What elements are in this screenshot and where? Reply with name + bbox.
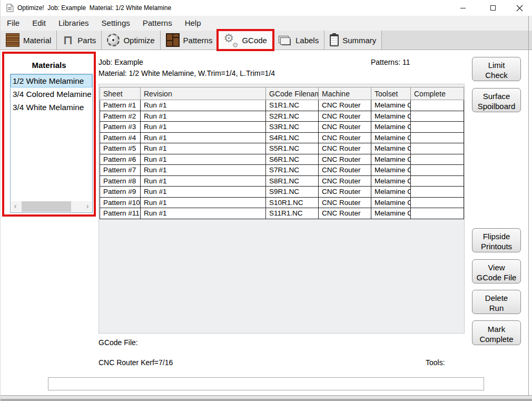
column-header[interactable]: Complete [411, 87, 464, 100]
column-header[interactable]: Machine [319, 87, 371, 100]
close-button[interactable] [507, 1, 531, 15]
tab-parts[interactable]: Parts [57, 31, 102, 50]
gcode-file-label: GCode File: [98, 338, 138, 347]
cell-revision: Run #1 [141, 208, 266, 219]
cell-complete [411, 154, 464, 165]
cell-gcode-filename: S9R1.NC [266, 187, 319, 198]
toolbar: Material Parts Optimize Patterns GCode [1, 31, 532, 50]
cell-toolset: Melamine Cabi [371, 187, 411, 198]
column-header[interactable]: GCode Filename [266, 87, 319, 100]
surface-spoilboard-button[interactable]: Surface Spoilboard [472, 88, 521, 112]
column-header[interactable]: Sheet [100, 87, 141, 100]
cell-sheet: Pattern #2 [100, 111, 141, 122]
patterns-count-label: Patterns: 11 [371, 58, 410, 66]
material-icon [6, 33, 19, 47]
view-gcode-file-button[interactable]: View GCode File [472, 259, 521, 283]
cell-sheet: Pattern #7 [100, 165, 141, 176]
materials-list: 1/2 White Melamine 3/4 Colored Melamine … [10, 74, 93, 213]
table-row[interactable]: Pattern #6 Run #1 S6R1.NC CNC Router Mel… [100, 154, 464, 165]
table-header-row: SheetRevisionGCode FilenameMachineToolse… [100, 87, 464, 100]
tab-patterns[interactable]: Patterns [161, 31, 219, 50]
table-row[interactable]: Pattern #9 Run #1 S9R1.NC CNC Router Mel… [100, 187, 464, 198]
button-line: Mark [472, 324, 520, 334]
cell-toolset: Melamine Cabi [371, 175, 411, 187]
button-line: Surface [472, 91, 520, 101]
cell-sheet: Pattern #5 [100, 143, 141, 154]
scrollbar-thumb[interactable] [22, 201, 71, 212]
cell-gcode-filename: S7R1.NC [266, 165, 319, 176]
cell-machine: CNC Router [319, 122, 371, 133]
menu-item[interactable]: Libraries [52, 16, 95, 31]
cell-machine: CNC Router [319, 175, 371, 187]
table-row[interactable]: Pattern #8 Run #1 S8R1.NC CNC Router Mel… [100, 175, 464, 187]
column-header[interactable]: Toolset [371, 87, 411, 100]
cell-sheet: Pattern #3 [100, 122, 141, 133]
material-list-item[interactable]: 3/4 Colored Melamine [11, 87, 92, 101]
tab-material[interactable]: Material [1, 31, 57, 50]
tab-label: Optimize [123, 36, 154, 45]
table-row[interactable]: Pattern #11 Run #1 S11R1.NC CNC Router M… [100, 208, 464, 219]
menu-item[interactable]: File [1, 16, 26, 31]
tab-label: GCode [242, 36, 267, 45]
tab-optimize[interactable]: Optimize [102, 31, 160, 50]
tab-label: Material [23, 36, 51, 45]
menu-item[interactable]: Patterns [136, 16, 179, 31]
limit-check-button[interactable]: Limit Check [472, 57, 521, 81]
column-header[interactable]: Revision [141, 87, 266, 100]
menu-item[interactable]: Settings [95, 16, 136, 31]
material-list-item[interactable]: 1/2 White Melamine [11, 74, 92, 87]
table-row[interactable]: Pattern #1 Run #1 S1R1.NC CNC Router Mel… [100, 100, 464, 111]
scroll-left-arrow-icon[interactable]: ‹ [11, 201, 19, 212]
table-row[interactable]: Pattern #4 Run #1 S4R1.NC CNC Router Mel… [100, 132, 464, 143]
cell-complete [411, 132, 464, 143]
tab-labels[interactable]: Labels [273, 31, 324, 50]
menu-item[interactable]: Edit [26, 16, 52, 31]
tab-summary[interactable]: Summary [324, 31, 382, 50]
summary-icon [330, 34, 339, 46]
tab-gcode[interactable]: GCode [218, 31, 273, 50]
tab-label: Parts [77, 36, 96, 45]
table-row[interactable]: Pattern #10 Run #1 S10R1.NC CNC Router M… [100, 197, 464, 208]
table-row[interactable]: Pattern #3 Run #1 S3R1.NC CNC Router Mel… [100, 122, 464, 133]
materials-horizontal-scrollbar[interactable]: ‹ › [11, 201, 92, 212]
cell-gcode-filename: S8R1.NC [266, 175, 319, 187]
cell-sheet: Pattern #10 [100, 197, 141, 208]
delete-run-button[interactable]: Delete Run [472, 290, 521, 314]
table-row[interactable]: Pattern #7 Run #1 S7R1.NC CNC Router Mel… [100, 165, 464, 176]
minimize-button[interactable] [451, 1, 475, 15]
app-window: Optimize! Job: Example Material: 1/2 Whi… [0, 0, 532, 401]
button-line: Check [472, 70, 520, 80]
parts-icon [62, 33, 74, 47]
material-list-item[interactable]: 3/4 White Melamine [11, 101, 92, 114]
cell-machine: CNC Router [319, 111, 371, 122]
tools-input[interactable] [48, 377, 484, 390]
table-row[interactable]: Pattern #2 Run #1 S2R1.NC CNC Router Mel… [100, 111, 464, 122]
button-line: Flipside [472, 231, 520, 241]
cell-sheet: Pattern #9 [100, 187, 141, 198]
maximize-button[interactable] [481, 1, 505, 15]
cell-sheet: Pattern #6 [100, 154, 141, 165]
mark-complete-button[interactable]: Mark Complete [472, 320, 521, 345]
cell-gcode-filename: S3R1.NC [266, 122, 319, 133]
cell-gcode-filename: S10R1.NC [266, 197, 319, 208]
table-row[interactable]: Pattern #5 Run #1 S5R1.NC CNC Router Mel… [100, 143, 464, 154]
menu-bar: FileEditLibrariesSettingsPatternsHelp [1, 16, 532, 31]
button-line: Delete [472, 293, 520, 303]
materials-title: Materials [4, 61, 94, 70]
app-icon [6, 4, 14, 12]
labels-icon [282, 39, 291, 45]
menu-item[interactable]: Help [179, 16, 208, 31]
flipside-printouts-button[interactable]: Flipside Printouts [472, 228, 521, 252]
cell-complete [411, 122, 464, 133]
gcode-icon [223, 33, 238, 47]
gcode-grid-panel: SheetRevisionGCode FilenameMachineToolse… [98, 84, 465, 334]
cell-sheet: Pattern #1 [100, 100, 141, 111]
cell-revision: Run #1 [141, 143, 266, 154]
cell-complete [411, 143, 464, 154]
cell-revision: Run #1 [141, 175, 266, 187]
button-line: Complete [472, 334, 520, 344]
cell-revision: Run #1 [141, 165, 266, 176]
cell-gcode-filename: S6R1.NC [266, 154, 319, 165]
cell-toolset: Melamine Cabi [371, 197, 411, 208]
scroll-right-arrow-icon[interactable]: › [83, 201, 92, 212]
